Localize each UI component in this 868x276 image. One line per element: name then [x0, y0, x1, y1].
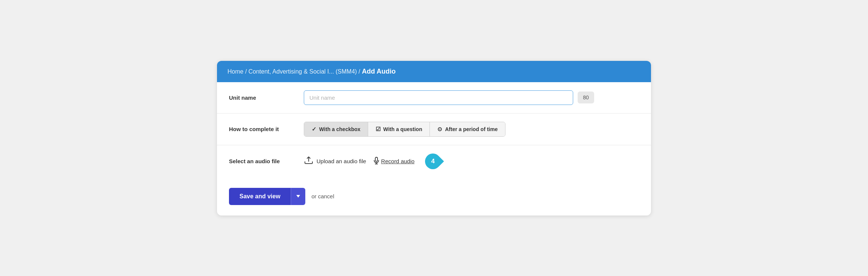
tooltip-badge: 4 — [422, 150, 444, 172]
mic-icon — [374, 157, 379, 166]
save-dropdown-button[interactable] — [291, 188, 305, 205]
completion-time-label: After a period of time — [445, 126, 498, 132]
main-card: Home / Content, Advertising & Social I..… — [217, 61, 651, 215]
record-audio-label: Record audio — [381, 158, 415, 164]
completion-question-button[interactable]: ☑ With a question — [368, 122, 430, 136]
char-count-badge: 80 — [578, 92, 594, 103]
form-body: Unit name 80 How to complete it ✓ With a… — [217, 82, 651, 177]
or-cancel-text: or cancel — [311, 193, 334, 199]
upload-audio-label: Upload an audio file — [317, 158, 366, 164]
audio-content: Upload an audio file Record audio — [304, 153, 639, 169]
checkbox-icon: ✓ — [312, 126, 317, 133]
question-icon: ☑ — [376, 126, 380, 133]
tooltip-badge-number: 4 — [431, 158, 434, 165]
record-audio-button[interactable]: Record audio — [374, 157, 415, 166]
audio-label: Select an audio file — [229, 158, 304, 164]
upload-icon — [304, 156, 314, 166]
unit-name-input[interactable] — [304, 90, 573, 105]
breadcrumb-path: Home / Content, Advertising & Social I..… — [227, 68, 360, 75]
unit-name-row: Unit name 80 — [217, 82, 651, 114]
clock-icon: ⊙ — [437, 126, 442, 133]
completion-question-label: With a question — [383, 126, 422, 132]
actions-row: Save and view or cancel — [217, 177, 651, 215]
completion-time-button[interactable]: ⊙ After a period of time — [430, 122, 505, 136]
save-and-view-button[interactable]: Save and view — [229, 188, 291, 205]
unit-name-label: Unit name — [229, 94, 304, 101]
upload-audio-button[interactable]: Upload an audio file — [304, 156, 366, 166]
save-button-group: Save and view — [229, 188, 305, 205]
completion-row: How to complete it ✓ With a checkbox ☑ W… — [217, 114, 651, 145]
audio-row: Select an audio file Upload an audio fil… — [217, 145, 651, 177]
completion-checkbox-label: With a checkbox — [319, 126, 360, 132]
audio-options: Upload an audio file Record audio — [304, 153, 441, 169]
svg-rect-0 — [375, 157, 378, 161]
page-title: Add Audio — [362, 68, 395, 75]
completion-checkbox-button[interactable]: ✓ With a checkbox — [304, 122, 368, 136]
completion-button-group: ✓ With a checkbox ☑ With a question ⊙ Af… — [304, 122, 505, 137]
completion-label: How to complete it — [229, 126, 304, 132]
page-header: Home / Content, Advertising & Social I..… — [217, 61, 651, 82]
chevron-down-icon — [296, 195, 300, 198]
unit-name-content: 80 — [304, 90, 639, 105]
breadcrumb: Home / Content, Advertising & Social I..… — [227, 68, 641, 75]
completion-content: ✓ With a checkbox ☑ With a question ⊙ Af… — [304, 122, 639, 137]
